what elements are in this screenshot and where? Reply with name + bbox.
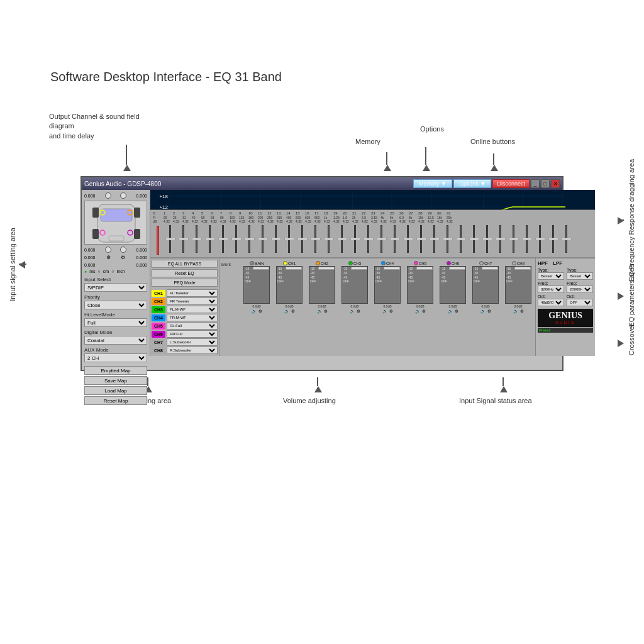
band-29-slider[interactable] (535, 238, 545, 240)
hpf-type-select[interactable]: Bessel (538, 272, 564, 280)
speaker-icon-CH6[interactable]: 🔊 (448, 309, 453, 314)
band-27-slider[interactable] (509, 238, 519, 240)
fader-CH4[interactable]: -15-30-45OFF (374, 266, 401, 304)
vol-thumb-CH7[interactable] (482, 267, 498, 270)
phase-icon-CH1[interactable]: ⊕ (291, 309, 295, 314)
band-10-slider[interactable] (284, 238, 294, 240)
phase-icon-CH8[interactable]: ⊕ (520, 309, 524, 314)
hi-level-dropdown[interactable]: Full (84, 318, 147, 327)
eq-all-bypass-button[interactable]: EQ ALL BYPASS (152, 260, 218, 268)
options-button[interactable]: Options ▼ (453, 179, 491, 188)
vol-thumb-CH8[interactable] (514, 267, 531, 270)
band-4-slider[interactable] (205, 238, 215, 240)
reset-map-button[interactable]: Reset Map (84, 396, 147, 405)
digital-mode-dropdown[interactable]: Coaxial (84, 336, 147, 345)
ch-assign-select-5[interactable]: RL:Full (167, 322, 218, 330)
ch-assign-select-4[interactable]: FR:M-WF (167, 314, 218, 321)
speaker-icon-CH1[interactable]: 🔊 (284, 309, 290, 314)
band-12-slider[interactable] (311, 238, 321, 240)
ch-assign-select-6[interactable]: RR:Full (167, 330, 218, 338)
circle-tr[interactable] (120, 192, 126, 199)
band-5-slider[interactable] (218, 238, 228, 240)
speaker-icon-CH3[interactable]: 🔊 (350, 309, 355, 314)
speaker-icon-CH5[interactable]: 🔊 (415, 309, 421, 314)
speaker-icon-MAIN[interactable]: 🔊 (252, 309, 257, 314)
close-button[interactable]: ✕ (551, 179, 560, 188)
vol-thumb-CH3[interactable] (351, 267, 367, 270)
fader-CH5[interactable]: -15-30-45OFF (407, 266, 433, 304)
speaker-icon-CH8[interactable]: 🔊 (513, 309, 519, 314)
bypass-slider[interactable] (157, 226, 159, 255)
ch-assign-select-7[interactable]: L:Subwoofer (167, 338, 218, 346)
band-1-slider[interactable] (165, 238, 175, 240)
band-18-slider[interactable] (390, 238, 400, 240)
vol-thumb-MAIN[interactable] (253, 267, 269, 270)
band-9-slider[interactable] (271, 238, 281, 240)
vol-thumb-CH1[interactable] (286, 267, 302, 270)
band-19-slider[interactable] (403, 238, 413, 240)
input-select-dropdown[interactable]: S/PDIF (84, 283, 147, 292)
circle-ml[interactable] (105, 247, 111, 253)
band-13-slider[interactable] (324, 238, 334, 240)
phase-icon-CH2[interactable]: ⊕ (324, 309, 328, 314)
vol-thumb-CH2[interactable] (318, 267, 335, 270)
load-map-button[interactable]: Load Map (84, 386, 147, 395)
save-map-button[interactable]: Save Map (84, 376, 147, 385)
fader-CH7[interactable]: -15-30-45OFF (472, 266, 499, 304)
band-23-slider[interactable] (456, 238, 466, 240)
reset-eq-button[interactable]: Reset EQ (152, 269, 218, 277)
vol-thumb-CH5[interactable] (416, 267, 433, 270)
vol-thumb-CH6[interactable] (449, 267, 465, 270)
fader-CH3[interactable]: -15-30-45OFF (341, 266, 368, 304)
peq-mode-button[interactable]: PEQ Mode (152, 279, 218, 287)
band-24-slider[interactable] (469, 238, 479, 240)
fader-CH6[interactable]: -15-30-45OFF (440, 266, 466, 304)
hpf-freq-select[interactable]: 3200Hz (538, 286, 564, 293)
band-11-slider[interactable] (297, 238, 308, 240)
band-14-slider[interactable] (337, 238, 347, 240)
band-31-slider[interactable] (562, 238, 572, 240)
phase-icon-MAIN[interactable]: ⊕ (258, 309, 262, 314)
fader-CH2[interactable]: -15-30-45OFF (309, 266, 335, 304)
circle-mr[interactable] (120, 247, 126, 253)
minimize-button[interactable]: _ (531, 179, 540, 188)
priority-dropdown[interactable]: Close (84, 301, 147, 309)
ch-assign-select-8[interactable]: R:Subwoofer (167, 347, 218, 354)
speaker-icon-CH4[interactable]: 🔊 (382, 309, 388, 314)
band-21-slider[interactable] (430, 238, 440, 240)
fader-MAIN[interactable]: -15-30-45OFF (243, 266, 270, 304)
maximize-button[interactable]: □ (541, 179, 550, 188)
fader-CH1[interactable]: -15-30-45OFF (276, 266, 303, 304)
ch-assign-select-3[interactable]: FL:M-WF (167, 306, 218, 313)
band-20-slider[interactable] (416, 238, 426, 240)
fader-CH8[interactable]: -15-30-45OFF (505, 266, 531, 304)
band-3-slider[interactable] (192, 238, 202, 240)
band-8-slider[interactable] (258, 238, 268, 240)
band-30-slider[interactable] (548, 238, 558, 240)
phase-icon-CH4[interactable]: ⊕ (389, 309, 393, 314)
band-6-slider[interactable] (231, 238, 242, 240)
speaker-icon-CH7[interactable]: 🔊 (480, 309, 486, 314)
band-25-slider[interactable] (482, 238, 492, 240)
circle-tl[interactable] (105, 192, 111, 199)
band-22-slider[interactable] (443, 238, 453, 240)
ch-assign-select-1[interactable]: FL:Tweeter (167, 289, 218, 297)
lpf-freq-select[interactable]: 20000Hz (567, 286, 593, 293)
phase-icon-CH6[interactable]: ⊕ (455, 309, 458, 314)
band-15-slider[interactable] (350, 238, 360, 240)
aux-mode-dropdown[interactable]: 2 CH (84, 353, 147, 362)
phase-icon-CH5[interactable]: ⊕ (422, 309, 426, 314)
hpf-oct-select[interactable]: 48dB/Oct (538, 299, 564, 306)
ch-assign-select-2[interactable]: FR Tweeter (167, 297, 218, 305)
speaker-icon-CH2[interactable]: 🔊 (317, 309, 323, 314)
memory-button[interactable]: Memory ▼ (413, 179, 452, 188)
lpf-oct-select[interactable]: OFF (567, 299, 593, 306)
band-16-slider[interactable] (364, 238, 374, 240)
phase-icon-CH7[interactable]: ⊕ (487, 309, 491, 314)
vol-thumb-CH4[interactable] (384, 267, 400, 270)
eq-graph[interactable]: CH 1 (150, 190, 595, 210)
band-2-slider[interactable] (179, 238, 189, 240)
disconnect-button[interactable]: Disconnect (492, 179, 530, 188)
band-7-slider[interactable] (245, 238, 255, 240)
band-17-slider[interactable] (377, 238, 387, 240)
